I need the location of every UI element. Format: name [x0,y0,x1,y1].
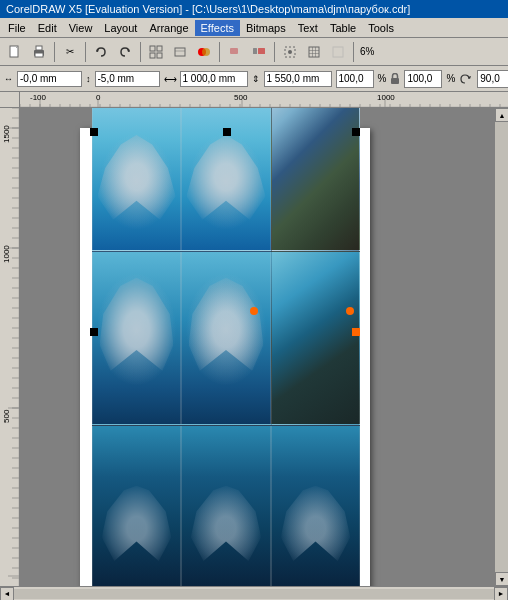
sep3 [140,42,141,62]
tile-1-2[interactable] [271,251,360,425]
properties-bar: ↔ ↕ ⟷ ⇕ % % ° [0,66,508,92]
tile-2-0[interactable] [92,425,181,586]
menu-effects[interactable]: Effects [195,20,240,36]
tile-row2 [92,251,360,425]
svg-rect-4 [35,53,43,57]
ruler-v-canvas [0,108,20,586]
menu-arrange[interactable]: Arrange [143,20,194,36]
ruler-row [0,92,508,108]
menu-text[interactable]: Text [292,20,324,36]
h-input[interactable] [264,71,332,87]
lock-icon[interactable] [390,72,400,86]
svg-point-19 [288,50,292,54]
w-input[interactable] [180,71,248,87]
ruler-corner [0,92,20,108]
tile-0-0[interactable] [92,108,181,251]
scroll-up-btn[interactable]: ▲ [495,108,508,122]
snap-grid-btn[interactable] [327,41,349,63]
sep2 [85,42,86,62]
tile-1-1[interactable] [181,251,271,425]
canvas-scroll[interactable] [20,108,494,586]
sep4 [219,42,220,62]
ruler-horizontal [20,92,508,108]
svg-rect-11 [175,48,185,56]
zoom-label: 6% [360,46,374,57]
tile-2-2[interactable] [271,425,360,586]
title-bar: CorelDRAW X5 [Evaluation Version] - [C:\… [0,0,508,18]
scroll-track-v[interactable] [495,122,508,572]
svg-rect-10 [157,53,162,58]
tile-row3 [92,425,360,586]
sep1 [54,42,55,62]
handle-top-mid[interactable] [223,128,231,136]
scale-w-input[interactable] [336,70,374,88]
menu-file[interactable]: File [2,20,32,36]
menu-view[interactable]: View [63,20,99,36]
cut-button[interactable]: ✂ [59,41,81,63]
y-icon: ↕ [86,74,91,84]
orange-marker2 [346,307,354,315]
svg-rect-7 [150,46,155,51]
tile-2-1[interactable] [181,425,271,586]
canvas-body: ▲ ▼ [0,108,508,586]
svg-point-14 [202,48,210,56]
menu-tools[interactable]: Tools [362,20,400,36]
svg-rect-15 [230,48,238,54]
menu-layout[interactable]: Layout [98,20,143,36]
svg-rect-26 [391,78,399,84]
redo-button[interactable] [114,41,136,63]
print-button[interactable] [28,41,50,63]
handle-top-left[interactable] [90,128,98,136]
view-btn1[interactable] [145,41,167,63]
svg-rect-20 [309,47,319,57]
tile-0-2[interactable] [271,108,360,251]
view-btn3[interactable] [193,41,215,63]
handle-mid-right[interactable] [352,328,360,336]
percent-label: % [378,73,387,84]
ruler-vertical [0,108,20,586]
menu-bitmaps[interactable]: Bitmaps [240,20,292,36]
ruler-h-canvas [20,92,508,108]
w-icon: ⟷ [164,74,176,84]
scroll-right-btn[interactable]: ► [494,587,508,601]
sep6 [353,42,354,62]
x-icon: ↔ [4,74,13,84]
x-input[interactable] [17,71,82,87]
scrollbar-horizontal[interactable]: ◄ ► [0,586,508,600]
scroll-track-h[interactable] [14,589,494,599]
handle-mid-left[interactable] [90,328,98,336]
scroll-down-btn[interactable]: ▼ [495,572,508,586]
angle-input[interactable] [477,70,508,88]
view-btn2[interactable] [169,41,191,63]
sep5 [274,42,275,62]
menu-edit[interactable]: Edit [32,20,63,36]
image-group[interactable] [92,108,360,586]
scroll-left-btn[interactable]: ◄ [0,587,14,601]
tile-1-0[interactable] [92,251,181,425]
scale-h-input[interactable] [404,70,442,88]
y-input[interactable] [95,71,160,87]
svg-rect-17 [258,48,265,54]
menu-bar: File Edit View Layout Arrange Effects Bi… [0,18,508,38]
rotate-btn[interactable] [459,71,473,87]
handle-top-right[interactable] [352,128,360,136]
undo-button[interactable] [90,41,112,63]
toolbar-main: ✂ 6% [0,38,508,66]
h-icon: ⇕ [252,74,260,84]
svg-rect-16 [253,48,257,54]
svg-rect-25 [333,47,343,57]
percent-label2: % [446,73,455,84]
title-text: CorelDRAW X5 [Evaluation Version] - [C:\… [6,3,410,15]
grid-btn[interactable] [303,41,325,63]
scrollbar-vertical[interactable]: ▲ ▼ [494,108,508,586]
menu-table[interactable]: Table [324,20,362,36]
orange-marker [250,307,258,315]
svg-rect-3 [36,46,42,50]
page [80,128,370,586]
canvas-area: ▲ ▼ ◄ ► [0,92,508,600]
zoom-out-btn[interactable] [224,41,246,63]
new-button[interactable] [4,41,26,63]
snap-btn[interactable] [279,41,301,63]
zoom-in-btn[interactable] [248,41,270,63]
svg-rect-8 [157,46,162,51]
